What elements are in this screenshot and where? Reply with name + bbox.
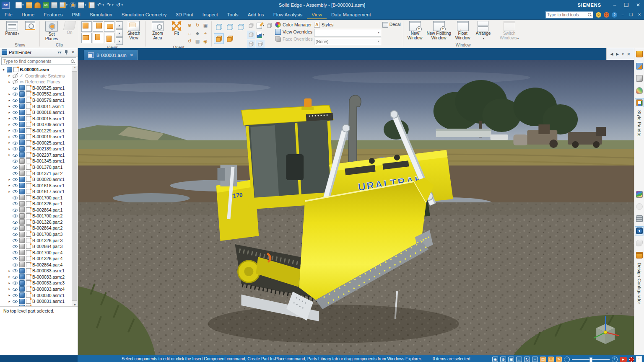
expander-icon[interactable]: ▸ bbox=[8, 275, 11, 279]
expander-icon[interactable]: ▸ bbox=[8, 190, 11, 194]
menu-tab-file[interactable]: File bbox=[0, 10, 17, 19]
visible-eye-icon[interactable] bbox=[13, 238, 18, 243]
texture-toggle[interactable] bbox=[247, 21, 255, 30]
document-tab[interactable]: B-000001.asm ✕ bbox=[84, 50, 138, 60]
reflections-toggle[interactable] bbox=[265, 21, 274, 30]
expander-icon[interactable]: ▸ bbox=[8, 123, 11, 127]
scrollbar-thumb[interactable] bbox=[72, 71, 77, 301]
zoom-slider[interactable] bbox=[572, 359, 610, 360]
redo-icon[interactable]: ↷▾ bbox=[106, 3, 114, 8]
styles-button[interactable]: A Styles bbox=[314, 22, 381, 28]
tree-item[interactable]: ▸B-000025.asm:1 bbox=[0, 140, 78, 146]
view-overrides-button[interactable]: View Overrides bbox=[275, 29, 313, 35]
zoom-width-icon[interactable]: ↔ bbox=[186, 29, 193, 37]
visible-eye-icon[interactable] bbox=[13, 85, 18, 90]
expander-icon[interactable]: ▸ bbox=[8, 116, 11, 120]
refresh-icon[interactable]: ↺ bbox=[186, 37, 193, 45]
close-view-icon[interactable]: ✕ bbox=[627, 52, 631, 57]
visible-eye-icon[interactable] bbox=[13, 299, 18, 304]
decal-button[interactable]: Decal bbox=[382, 22, 401, 28]
menu-tab-home[interactable]: Home bbox=[17, 10, 39, 19]
view-front-button[interactable] bbox=[93, 21, 103, 32]
undo-icon[interactable]: ↶▾ bbox=[97, 3, 104, 8]
panes-button[interactable]: Panes▾ bbox=[3, 21, 22, 36]
parts-library-button[interactable] bbox=[635, 49, 644, 59]
zoom-icon[interactable]: ⊕ bbox=[500, 357, 506, 362]
visible-eye-icon[interactable] bbox=[13, 201, 18, 206]
components-button[interactable] bbox=[635, 238, 644, 248]
visible-eye-icon[interactable] bbox=[13, 91, 18, 96]
open-icon[interactable] bbox=[26, 2, 32, 8]
new-window-button[interactable]: New Window bbox=[405, 21, 425, 41]
expander-icon[interactable]: ▸ bbox=[8, 74, 11, 78]
expander-icon[interactable]: ▸ bbox=[8, 135, 11, 139]
tree-item[interactable]: B-001371.par:2 bbox=[0, 170, 78, 176]
new-floating-window-button[interactable]: New Floating Window bbox=[426, 21, 452, 41]
clip-on-button[interactable]: On bbox=[62, 21, 77, 36]
view-back-button[interactable] bbox=[93, 33, 103, 43]
expander-icon[interactable]: ▸ bbox=[8, 129, 11, 132]
tree-item[interactable]: B-001700.par:2 bbox=[0, 213, 78, 219]
switch-windows-button[interactable]: Switch Windows▾ bbox=[498, 21, 521, 41]
fit-icon[interactable]: ▣ bbox=[508, 357, 514, 362]
customize-button[interactable] bbox=[635, 74, 644, 83]
pathfinder-close-icon[interactable]: ✕ bbox=[70, 50, 76, 54]
visible-eye-icon[interactable] bbox=[13, 280, 18, 285]
tree-scrollbar[interactable]: ▲ ▼ bbox=[72, 66, 78, 306]
tree-item[interactable]: ▸B-000031.asm:1 bbox=[0, 298, 78, 305]
pan-icon[interactable]: + bbox=[532, 357, 538, 362]
menu-tab-features[interactable]: Features bbox=[39, 10, 67, 19]
share-icon[interactable]: Sh bbox=[43, 2, 49, 8]
expander-icon[interactable]: ▸ bbox=[8, 287, 11, 291]
visible-eye-icon[interactable] bbox=[13, 232, 18, 237]
minimize-button[interactable]: – bbox=[609, 0, 621, 10]
common-views-icon[interactable]: ▣ bbox=[202, 21, 209, 29]
view-up-button[interactable]: ▲ bbox=[116, 21, 123, 29]
visible-eye-icon[interactable] bbox=[13, 305, 18, 306]
tree-item[interactable]: ▸B-000033.asm:2 bbox=[0, 274, 78, 280]
view-right-button[interactable] bbox=[104, 21, 114, 32]
visible-eye-icon[interactable] bbox=[13, 110, 18, 115]
zoom-out-button[interactable]: − bbox=[564, 357, 570, 362]
visible-eye-icon[interactable] bbox=[13, 256, 18, 261]
tree-item[interactable]: B-002864.par:3 bbox=[0, 243, 78, 250]
tree-item[interactable]: ▸∠Coordinate Systems bbox=[0, 73, 78, 79]
view-bottom-button[interactable] bbox=[104, 33, 114, 43]
feedback-positive-icon[interactable]: ☺ bbox=[596, 12, 601, 18]
save-as-icon[interactable]: ▾ bbox=[60, 2, 68, 8]
hidden-icon[interactable] bbox=[13, 73, 18, 78]
hidden-icon[interactable] bbox=[13, 79, 18, 84]
visible-eye-icon[interactable] bbox=[13, 268, 18, 273]
doc-close-button[interactable]: ✕ bbox=[636, 13, 642, 17]
zoom-slider-thumb[interactable] bbox=[589, 357, 592, 362]
zoom-width-icon[interactable]: ↔ bbox=[516, 357, 522, 362]
view-more-button[interactable]: ▼ bbox=[116, 37, 123, 45]
visible-eye-icon[interactable] bbox=[13, 220, 18, 225]
tree-item[interactable]: ▸B-000018.asm:1 bbox=[0, 109, 78, 116]
arrange-button[interactable]: Arrange▾ bbox=[474, 21, 493, 41]
visible-eye-icon[interactable] bbox=[13, 134, 18, 139]
shaded-button[interactable] bbox=[214, 33, 224, 44]
visible-eye-icon[interactable] bbox=[13, 274, 18, 279]
image-button[interactable] bbox=[635, 190, 644, 199]
background-button[interactable]: ▾ bbox=[256, 31, 265, 39]
visible-eye-icon[interactable] bbox=[13, 140, 18, 145]
tree-item[interactable]: B-001700.par:3 bbox=[0, 231, 78, 238]
visible-eye-icon[interactable] bbox=[13, 98, 18, 103]
viewport-3d-scene[interactable]: T170 bbox=[78, 60, 634, 355]
scroll-up-icon[interactable]: ▲ bbox=[73, 66, 76, 69]
scroll-down-icon[interactable]: ▼ bbox=[73, 303, 76, 306]
expander-icon[interactable]: ▾ bbox=[2, 68, 5, 72]
tree-item[interactable]: ▸B-000020.asm:1 bbox=[0, 176, 78, 183]
tree-item[interactable]: ▸B-000015.asm:1 bbox=[0, 115, 78, 122]
visible-eye-icon[interactable] bbox=[13, 195, 18, 200]
expander-icon[interactable]: ▸ bbox=[8, 153, 11, 157]
expander-icon[interactable]: ▸ bbox=[8, 269, 11, 273]
expander-icon[interactable]: ▸ bbox=[8, 300, 11, 303]
settings-icon[interactable] bbox=[70, 2, 76, 8]
tree-item[interactable]: B-002864.par:2 bbox=[0, 225, 78, 231]
visible-eye-icon[interactable] bbox=[13, 146, 18, 151]
previous-view-icon[interactable]: ▤ bbox=[194, 37, 201, 45]
camera-icon[interactable]: ◉ bbox=[492, 357, 498, 362]
visible-eye-icon[interactable] bbox=[13, 158, 18, 163]
